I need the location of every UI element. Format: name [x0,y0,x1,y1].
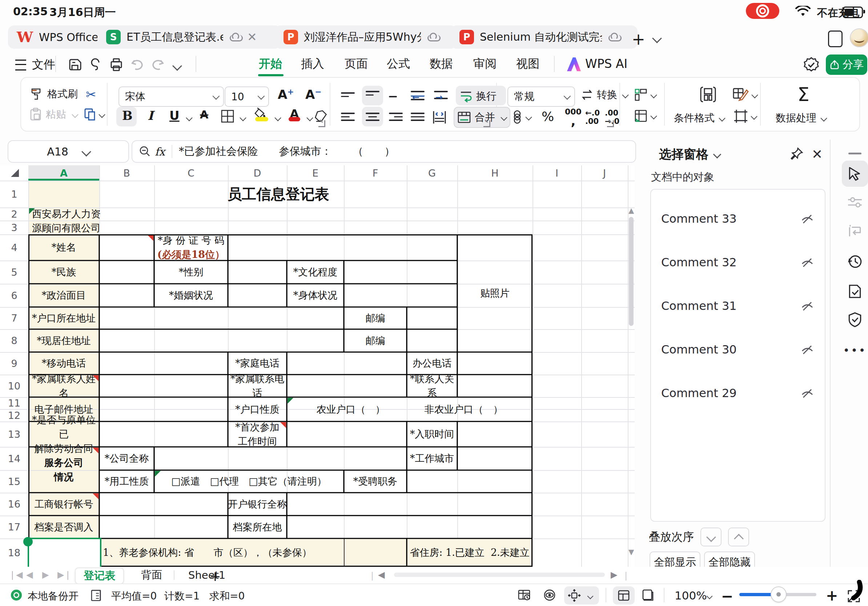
column-header-J[interactable]: J [581,165,628,181]
underline-chevron-icon[interactable] [186,114,192,121]
cloud-sync-icon[interactable] [229,33,241,42]
copy-button[interactable] [84,108,104,121]
zoom-out-button[interactable]: − [721,588,733,604]
selection-handle[interactable] [23,537,33,546]
document-approved-icon[interactable] [803,57,819,73]
cell-E13-F13[interactable] [287,421,407,447]
close-panel-icon[interactable]: ✕ [812,147,823,162]
cell-B7-E7[interactable] [99,307,344,329]
comment-item[interactable]: Comment 30 [651,336,825,363]
menu-tab-3[interactable]: 页面 [344,56,368,72]
scroll-right-icon[interactable]: ▶ [611,570,617,580]
cell-B13-C13[interactable] [99,421,228,447]
cell-H13[interactable] [457,421,533,447]
cell-F15[interactable]: *受聘职务 [344,470,407,493]
cell-D10[interactable]: *家属联系电 话 [228,374,287,397]
format-painter-button[interactable]: 格式刷 [29,87,78,101]
last-sheet-icon[interactable]: ▶❘ [57,570,71,580]
column-header-D[interactable]: D [228,165,287,181]
cell-F5-G5[interactable] [344,260,457,284]
number-format-select[interactable]: 常规 [507,87,575,107]
conditional-format-button[interactable]: 条件格式 [674,111,724,125]
row-header-13[interactable]: 13 [0,421,28,447]
align-middle-icon[interactable] [366,89,380,101]
decrease-decimal-button[interactable]: ←.0.00 [585,109,600,126]
cell-A10[interactable]: *家属联系人姓名 [28,374,99,397]
cut-icon[interactable]: ✂ [86,87,96,102]
screen-recording-indicator[interactable] [746,3,779,19]
save-icon[interactable] [68,57,82,72]
cell-H4-H8[interactable]: 贴照片 [457,234,533,352]
prev-sheet-icon[interactable]: ◀ [26,570,33,580]
cell-B14[interactable]: *公司全称 [99,447,154,470]
spreadsheet-grid[interactable]: ABCDEFGHIJ123456789101112131415161718员工信… [0,165,635,567]
menu-tab-1[interactable]: 开始 [259,56,282,72]
redo-icon[interactable] [150,57,165,72]
fx-icon[interactable]: fx [155,145,165,158]
freeze-panes-icon[interactable] [518,589,531,601]
align-bottom-icon[interactable] [389,94,403,99]
table-style-button[interactable] [732,87,757,103]
row-header-12[interactable]: 12 [0,409,28,421]
borders-chevron-icon[interactable] [240,114,246,121]
cell-E6[interactable]: *身体状况 [287,284,344,307]
zoom-slider-thumb[interactable] [771,587,786,601]
cell-B17-C17[interactable] [99,516,228,538]
sheet-tab-3[interactable]: Sheet1 [180,567,233,583]
cell-A5[interactable]: *民族 [28,260,99,284]
merge-cells-button[interactable]: 合并 [457,110,506,124]
cell-C5[interactable]: *性别 [154,260,228,284]
zoom-out-formula-icon[interactable] [139,145,151,158]
bold-button[interactable]: B [122,108,133,123]
scroll-up-icon[interactable]: ▲ [628,206,634,215]
close-tab-icon[interactable]: ✕ [247,30,257,44]
cell-A13[interactable]: *是否与原单位已 解除劳动合同 [28,421,99,447]
wps-ai-menu[interactable]: WPS AI [585,57,628,71]
cell-D5[interactable] [228,260,287,284]
thousands-separator-button[interactable]: 000, [565,108,581,127]
cell-A2-A3[interactable]: 西安易才人力资源顾问有限公司 [28,207,103,234]
main-menu-icon[interactable] [15,60,26,71]
cell-H14[interactable] [457,447,533,470]
column-header-A[interactable]: A [28,165,99,181]
cell-F18[interactable] [344,538,407,567]
cell-D11-D12[interactable]: *户口性质 [228,397,287,421]
file-menu[interactable]: 文件 [32,57,55,73]
comment-item[interactable]: Comment 31 [651,293,825,319]
print-icon[interactable] [109,57,124,72]
row-header-10[interactable]: 10 [0,374,28,397]
scroll-down-icon[interactable]: ▼ [628,547,634,556]
visibility-off-icon[interactable] [800,298,815,313]
move-up-button[interactable] [728,527,749,546]
zoom-level-value[interactable]: 100% [674,589,707,602]
lasso-select-icon[interactable] [89,57,103,72]
currency-button[interactable] [511,110,531,124]
cell-C6[interactable]: *婚姻状况 [154,284,228,307]
cell-E17-H17[interactable] [287,516,533,538]
fill-color-button[interactable] [254,108,270,121]
column-header-E[interactable]: E [287,165,344,181]
align-right-icon[interactable] [389,110,403,123]
new-document-button[interactable]: + [632,30,645,48]
italic-button[interactable]: I [147,108,153,123]
paste-button[interactable]: 粘贴 [29,108,78,121]
visibility-off-icon[interactable] [800,342,815,357]
cell-B6[interactable] [99,284,154,307]
cell-C15-E15[interactable]: □派遣 □代理 □其它（请注明） [154,470,344,493]
row-header-4[interactable]: 4 [0,234,28,260]
cell-B15[interactable]: *用工性质 [99,470,154,493]
align-top-icon[interactable] [341,90,355,99]
menu-tab-7[interactable]: 视图 [516,56,539,72]
insert-cells-button[interactable] [633,87,656,102]
sheet-tab-1[interactable]: 登记表 [75,567,124,584]
quickbar-chevron-icon[interactable] [174,62,181,71]
menu-tab-5[interactable]: 数据 [429,56,453,72]
borders-button[interactable] [220,109,235,125]
menu-tab-4[interactable]: 公式 [387,56,410,72]
fill-cells-button[interactable] [633,108,656,124]
column-header-G[interactable]: G [407,165,457,181]
formula-bar[interactable]: fx *已参加社会保险 参保城市： （ ） [132,140,636,163]
decrease-font-button[interactable]: A− [305,87,322,102]
row-header-5[interactable]: 5 [0,260,28,284]
strikethrough-button[interactable]: A [200,108,208,121]
